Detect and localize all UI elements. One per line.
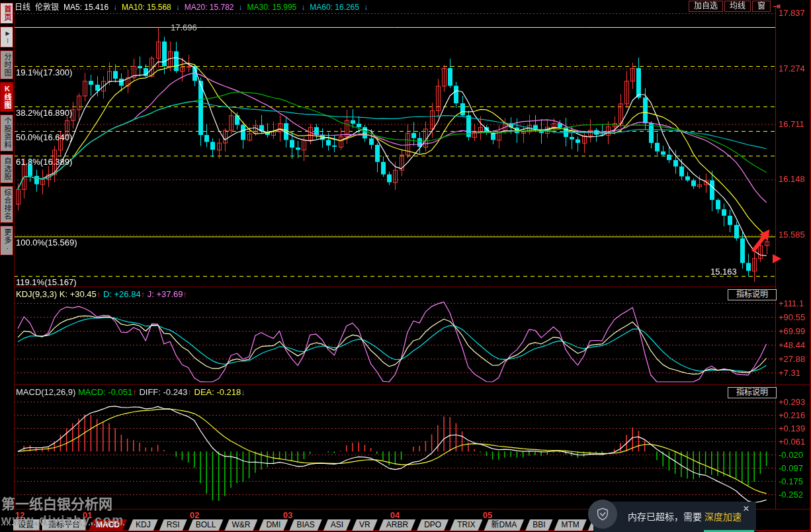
macd-axis-tick-label: -0.252 — [779, 490, 803, 500]
time-axis-month-label: 03 — [283, 510, 292, 520]
add-watchlist-button[interactable]: 加自选 — [689, 1, 723, 12]
kdj-axis-tick-label: +69.99 — [779, 326, 805, 336]
play-icon: ▶| — [2, 29, 13, 45]
macd-header: MACD(12,26,9) MACD: -0.051↑ DIFF: -0.243… — [16, 387, 245, 397]
sidebar-item-ranking[interactable]: 综合排名 — [0, 186, 13, 223]
sidebar-item-label: 应用 — [0, 29, 1, 45]
memory-alert-popup: 内存已超标，需要 深度加速 × — [593, 502, 756, 532]
j-up-arrow-icon: ↑ — [183, 289, 188, 299]
macd-axis-tick-label: +0.216 — [779, 410, 805, 420]
main-kdj-divider — [14, 287, 775, 287]
main-axis-tick-label: 16.148 — [779, 174, 805, 184]
macd-axis-tick-label: -0.175 — [779, 476, 803, 486]
macd-indicator-help-button[interactable]: 指标说明 — [728, 387, 777, 398]
macd-title: MACD(12,26,9) — [16, 387, 75, 397]
ma20-down-arrow-icon: ↓ — [239, 3, 243, 12]
macd-axis-tick-label: +0.139 — [779, 423, 805, 433]
indicator-tab-mtm[interactable]: MTM — [554, 519, 587, 531]
kdj-header: KDJ(9,3,3) K: +30.45↑ D: +26.84↑ J: +37.… — [16, 289, 187, 299]
sidebar-item-minute-chart[interactable]: 分时图 — [0, 50, 13, 79]
popup-message: 内存已超标，需要 深度加速 — [628, 502, 742, 532]
sidebar-item-label: 更多· — [3, 228, 11, 253]
indicator-tab-arbr[interactable]: ARBR — [379, 519, 415, 531]
current-price-marker-icon — [773, 254, 781, 263]
macd-indicator-chart[interactable] — [14, 386, 775, 509]
settings-button[interactable]: 设置 — [12, 519, 40, 531]
time-axis-month-label: 01 — [83, 510, 92, 520]
ma30-value: MA30: 15.995 — [247, 3, 297, 12]
period-label: 日线 — [15, 3, 30, 12]
dea-down-arrow-icon: ↓ — [241, 387, 245, 397]
collapse-right-icon[interactable]: ⇥ — [773, 1, 781, 11]
diff-value: DIFF: -0.243 — [137, 387, 188, 397]
indicator-tab-新dma[interactable]: 新DMA — [484, 519, 524, 531]
kdj-d-value: D: +26.84 — [101, 289, 140, 299]
sidebar-item-label: 首页 — [3, 5, 11, 21]
titlebar: 日线伦敦银MA5: 15.416↓MA10: 15.568↓MA20: 15.7… — [15, 0, 810, 12]
dea-value: DEA: -0.218 — [192, 387, 241, 397]
shield-icon — [588, 500, 617, 529]
symbol-name: 伦敦银 — [35, 3, 59, 12]
sidebar-item-apps[interactable]: ▶|应用 — [0, 26, 13, 48]
kdj-axis-tick-label: +48.44 — [779, 340, 805, 350]
indicator-tab-macd[interactable]: MACD — [89, 519, 127, 531]
indicator-tab-vr[interactable]: VR — [352, 519, 378, 531]
time-axis-month-label: 04 — [390, 510, 400, 520]
indicator-tab-dmi[interactable]: DMI — [259, 519, 288, 531]
sidebar-item-watchlist[interactable]: 自选股 — [0, 154, 13, 183]
titlebar-actions: 加自选均线窗⇥ — [687, 1, 781, 12]
ma10-value: MA10: 15.568 — [122, 3, 171, 12]
window-button[interactable]: 窗 — [752, 1, 771, 12]
plot-left-border — [14, 8, 15, 509]
close-icon[interactable]: × — [743, 502, 749, 515]
time-axis-month-label: 02 — [190, 510, 199, 520]
indicator-tab-asi[interactable]: ASI — [323, 519, 351, 531]
indicator-tab-trix[interactable]: TRIX — [450, 519, 482, 531]
ma20-value: MA20: 15.782 — [185, 3, 234, 12]
macd-value: MACD: -0.051 — [75, 387, 132, 397]
kdj-axis-tick-label: +90.55 — [779, 312, 805, 322]
deep-boost-link[interactable]: 深度加速 — [704, 511, 742, 522]
sidebar-item-label: K线图 — [3, 85, 11, 109]
sidebar-item-label: 综合排名 — [3, 189, 11, 220]
ma5-down-arrow-icon: ↓ — [113, 3, 117, 12]
left-sidebar: 首页▶|应用分时图K线图个股资料自选股综合排名更多· — [0, 0, 13, 532]
indicator-tab-dpo[interactable]: DPO — [417, 519, 448, 531]
indicator-platform-button[interactable]: 指标平台 — [42, 519, 86, 531]
kdj-j-value: J: +37.69 — [145, 289, 183, 299]
indicator-tab-w&r[interactable]: W&R — [224, 519, 257, 531]
sidebar-item-label: 分时图 — [3, 53, 11, 77]
kdj-indicator-chart[interactable] — [14, 288, 775, 384]
kdj-k-value: KDJ(9,3,3) K: +30.45 — [16, 289, 97, 299]
ma-settings-button[interactable]: 均线 — [724, 1, 751, 12]
sidebar-item-more[interactable]: 更多· — [0, 226, 13, 255]
time-axis-month-label: 05 — [483, 510, 492, 520]
kdj-axis-tick-label: +27.88 — [779, 354, 805, 364]
sidebar-item-home[interactable]: 首页 — [0, 3, 13, 24]
macd-axis-tick-label: -0.097 — [779, 463, 803, 473]
sidebar-item-stock-info[interactable]: 个股资料 — [0, 114, 13, 152]
ma5-value: MA5: 15.416 — [64, 3, 108, 12]
main-axis-tick-label: 17.274 — [779, 64, 805, 73]
ma60-value: MA60: 16.265 — [310, 3, 359, 12]
indicator-tab-bbi[interactable]: BBI — [525, 519, 552, 531]
time-axis-month-label: 12 — [15, 510, 24, 520]
trading-terminal: 日线伦敦银MA5: 15.416↓MA10: 15.568↓MA20: 15.7… — [0, 0, 811, 532]
sidebar-item-kline-chart[interactable]: K线图 — [0, 82, 13, 112]
main-axis-tick-label: 16.711 — [779, 119, 804, 129]
kdj-indicator-help-button[interactable]: 指标说明 — [728, 289, 777, 300]
indicator-tab-rsi[interactable]: RSI — [159, 519, 187, 531]
kdj-macd-divider — [14, 384, 811, 385]
popup-message-text: 内存已超标，需要 — [628, 511, 704, 522]
macd-axis-tick-label: -0.020 — [779, 450, 803, 460]
indicator-tab-bias[interactable]: BIAS — [289, 519, 321, 531]
ma30-down-arrow-icon: ↓ — [301, 3, 305, 12]
main-axis-tick-label: 15.585 — [779, 230, 805, 240]
sidebar-item-label: 自选股 — [3, 157, 11, 181]
main-price-chart[interactable] — [14, 8, 775, 287]
indicator-tab-boll[interactable]: BOLL — [189, 519, 224, 531]
macd-axis-tick-label: +0.061 — [779, 437, 805, 447]
indicator-tab-kdj[interactable]: KDJ — [128, 519, 158, 531]
kdj-axis-tick-label: +7.31 — [779, 368, 800, 378]
kdj-axis-tick-label: +111.1 — [779, 298, 804, 308]
